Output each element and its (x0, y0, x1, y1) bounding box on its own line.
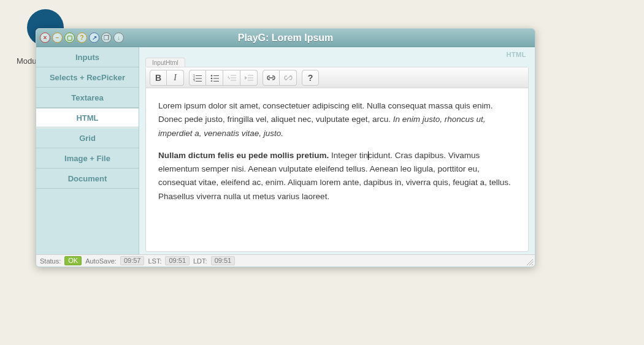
ldt-time: 09:51 (211, 256, 236, 265)
save-disk-icon[interactable]: ▢ (64, 32, 75, 43)
italic-button[interactable]: I (167, 70, 184, 86)
paragraph-2: Nullam dictum felis eu pede mollis preti… (158, 149, 516, 203)
unlink-button[interactable] (280, 70, 297, 86)
editor-tabrow: InputHtml (145, 56, 529, 67)
sidebar-item-inputs[interactable]: Inputs (36, 47, 139, 67)
svg-marker-16 (245, 76, 247, 80)
link-button[interactable] (263, 70, 280, 86)
sidebar-item-html[interactable]: HTML (36, 108, 139, 128)
ldt-label: LDT: (193, 257, 207, 265)
autosave-time: 09:57 (120, 256, 145, 265)
window-body: Inputs Selects + RecPicker Textarea HTML… (36, 47, 535, 254)
window-titlebar[interactable]: × − ▢ ? ↗ ❐ ↓ PlayG: Lorem Ipsum (36, 29, 535, 47)
copy-icon[interactable]: ❐ (101, 32, 112, 43)
ordered-list-button[interactable]: 123 (189, 70, 206, 86)
sidebar-item-image[interactable]: Image + File (36, 148, 139, 169)
panel-type-label: HTML (506, 51, 526, 58)
bold-button[interactable]: B (150, 70, 167, 86)
sidebar-item-grid[interactable]: Grid (36, 128, 139, 148)
html-editor: B I 123 (145, 67, 529, 252)
svg-point-6 (210, 75, 212, 77)
window-statusbar: Status: OK AutoSave: 09:57 LST: 09:51 LD… (36, 254, 535, 267)
sidebar-item-document[interactable]: Document (36, 169, 139, 189)
editor-help-button[interactable]: ? (302, 70, 319, 86)
svg-point-8 (210, 77, 212, 79)
tab-inputhtml[interactable]: InputHtml (145, 58, 185, 67)
close-icon[interactable]: × (40, 32, 50, 43)
status-label: Status: (40, 257, 61, 265)
expand-icon[interactable]: ↗ (89, 32, 99, 43)
lst-label: LST: (148, 257, 161, 265)
indent-button[interactable] (240, 70, 258, 86)
help-icon[interactable]: ? (77, 32, 87, 43)
editor-toolbar: B I 123 (146, 67, 528, 88)
paragraph-1: Lorem ipsum dolor sit amet, consectetuer… (158, 99, 516, 140)
unordered-list-button[interactable] (206, 70, 223, 86)
sidebar-item-selects[interactable]: Selects + RecPicker (36, 67, 139, 88)
playg-window: × − ▢ ? ↗ ❐ ↓ PlayG: Lorem Ipsum Inputs … (36, 28, 535, 267)
collapse-down-icon[interactable]: ↓ (113, 32, 124, 43)
svg-text:3: 3 (193, 79, 195, 82)
p2-before-caret: Integer tin (329, 151, 368, 160)
editor-content-area[interactable]: Lorem ipsum dolor sit amet, consectetuer… (146, 88, 528, 251)
lst-time: 09:51 (165, 256, 190, 265)
minimize-icon[interactable]: − (52, 32, 63, 43)
outdent-button[interactable] (223, 70, 240, 86)
resize-handle-icon[interactable] (526, 258, 533, 265)
status-badge: OK (64, 256, 82, 265)
autosave-label: AutoSave: (85, 257, 117, 265)
bg-module-label: Modu (17, 56, 37, 66)
sidebar-item-textarea[interactable]: Textarea (36, 88, 139, 108)
p2-bold: Nullam dictum felis eu pede mollis preti… (158, 151, 329, 160)
window-control-group: × − ▢ ? ↗ ❐ ↓ (40, 32, 124, 43)
svg-line-23 (532, 264, 533, 265)
main-panel: HTML InputHtml B I 123 (139, 47, 535, 254)
sidebar-nav: Inputs Selects + RecPicker Textarea HTML… (36, 47, 139, 254)
svg-point-10 (210, 80, 212, 82)
svg-marker-12 (228, 76, 230, 80)
